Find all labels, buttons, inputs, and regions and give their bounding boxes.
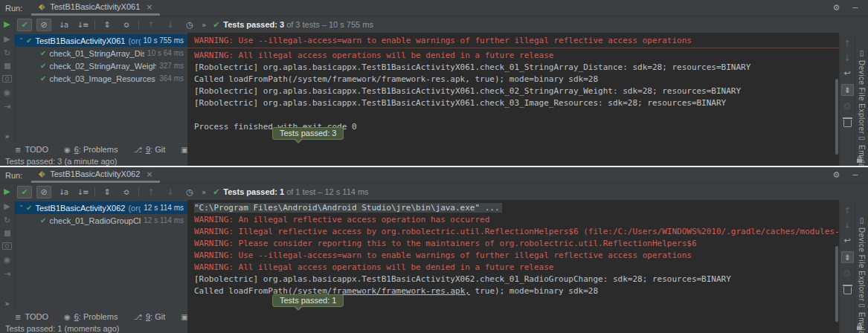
expand-all-button[interactable]: ⇕ [100,19,115,31]
soft-wrap-icon[interactable]: ↩ [843,236,850,245]
console-line: [Robolectric] org.aplas.basicappx.TestB1… [194,97,839,109]
scroll-to-end-icon[interactable]: ⇟ [841,251,854,263]
test-history-button[interactable]: ◷ [182,19,197,31]
screenshot-button[interactable] [2,75,12,83]
stripe-label: Device File Explorer [858,60,866,134]
collapse-all-button[interactable]: ≎ [119,186,134,198]
test-tree-root-row[interactable]: ˅ ✔ TestB1BasicActivityX061(org.aplas.t … [15,34,187,47]
sort-by-duration-button[interactable]: ↓≡ [75,19,90,31]
console-vertical-scrollbar[interactable] [835,79,838,155]
run-tab[interactable]: TestB1BasicActivityX061 × [31,0,159,16]
chevron-more-icon[interactable]: » [202,21,206,29]
stop-button[interactable] [4,63,10,69]
show-passed-toggle[interactable]: ✔ [17,186,32,198]
check_02_StringArray_Weight[interactable]: ✔ check_02_StringArray_Weight 327 ms [15,59,187,72]
minimize-icon[interactable]: ─ [852,170,858,180]
stripe-icon: ▭ [858,134,865,142]
expand-all-button[interactable]: ⇕ [100,186,115,198]
rerun-failed-tests-button[interactable]: ▶ [4,35,10,43]
run-with-coverage-button[interactable]: ↻ [4,216,10,224]
check-icon: ✔ [21,20,28,30]
scroll-up-icon[interactable]: ↑ [843,39,850,48]
stripe-button-device-file-explorer[interactable]: ▯ Device File Explorer [858,216,866,301]
chevron-down-icon[interactable]: ˅ [17,204,25,212]
console-text: [Robolectric] org.aplas.basicappx.TestB1… [194,98,726,108]
console-text: WARNING: All illegal access operations w… [194,51,553,60]
rerun-button[interactable]: ▶ [4,19,10,29]
check_01_RadioGroupChange[interactable]: ✔ check_01_RadioGroupChange 12 s 114 ms [15,214,187,227]
scroll-down-icon[interactable]: ↓ [843,222,850,230]
android-test-config-icon [38,170,46,178]
show-ignored-toggle[interactable]: ⊘ [36,19,51,31]
screen-record-button[interactable]: ◉ [4,256,11,264]
print-icon[interactable]: ⎙ [844,102,851,111]
test-passed-icon: ✔ [26,204,32,212]
soft-wrap-icon[interactable]: ↩ [843,69,850,78]
chevron-more-icon[interactable]: » [202,188,206,196]
collapse-all-button[interactable]: ≎ [119,19,134,31]
next-occurrence-button[interactable]: ↓ [163,19,178,31]
tests-passed-tooltip: Tests passed: 1 [272,294,344,307]
show-ignored-toggle[interactable]: ⊘ [36,186,51,198]
previous-occurrence-button[interactable]: ↑ [144,186,158,198]
console-line: WARNING: Use --illegal-access=warn to en… [194,250,839,262]
tests-passed-detail: of 3 tests – 10 s 755 ms [284,20,373,29]
console-line: "C:\Program Files\Android\Android Studio… [194,202,839,214]
console-line: WARNING: Please consider reporting this … [194,238,839,250]
sort-alphabetically-button[interactable]: ↓a [56,19,71,31]
rerun-failed-tests-button[interactable]: ▶ [4,202,10,210]
test-history-button[interactable]: ◷ [182,186,197,198]
scroll-to-end-icon[interactable]: ⇟ [841,84,854,96]
minimize-icon[interactable]: ─ [852,3,858,13]
test-class-name: TestB1BasicActivityX061 [35,36,125,45]
stripe-button-device-file-explorer[interactable]: ▯ Device File Explorer [858,49,866,134]
toolbar-separator [94,20,95,30]
more-options-icon[interactable]: » [4,132,9,140]
attach-debugger-button[interactable]: ⇥ [4,270,10,278]
test-summary: ✔ Tests passed: 1 of 1 test – 12 s 114 m… [213,187,368,197]
scroll-up-icon[interactable]: ↑ [843,207,850,216]
console-output: WARNING: Use --illegal-access=warn to en… [187,33,839,166]
sort-alphabetically-button[interactable]: ↓a [56,186,71,198]
gear-icon[interactable]: ⚙ [833,3,840,13]
screenshot-button[interactable] [2,242,12,250]
screen-record-button[interactable]: ◉ [4,88,11,97]
console-vertical-scrollbar[interactable] [835,246,838,322]
run-with-coverage-button[interactable]: ↻ [4,49,10,57]
run-header: Run: TestB1BasicActivityX061 × ⚙ ─ [0,0,868,16]
console-text: [Robolectric] org.aplas.basicappx.TestB1… [194,86,741,96]
check_01_StringArray_Distance[interactable]: ✔ check_01_StringArray_Distance 10 s 64 … [15,47,187,59]
clear-all-icon[interactable] [843,120,852,127]
sort-by-duration-button[interactable]: ↓≡ [75,186,90,198]
console-text: WARNING: All illegal access operations w… [194,262,553,272]
console-text: [Robolectric] org.aplas.basicappx.TestB1… [194,62,750,72]
console-text: WARNING: Use --illegal-access=warn to en… [194,250,692,260]
stripe-icon: ▭ [858,301,865,309]
next-occurrence-button[interactable]: ↓ [163,186,178,198]
attach-debugger-button[interactable]: ⇥ [4,103,10,111]
console-text: WARNING: Use --illegal-access=warn to en… [194,36,692,45]
show-passed-toggle[interactable]: ✔ [17,19,32,31]
run-tab[interactable]: TestB1BasicActivityX062 × [31,167,159,183]
test-duration: 12 s 114 ms [141,216,187,224]
clear-all-icon[interactable] [843,287,852,294]
rerun-button[interactable]: ▶ [4,187,10,196]
close-icon[interactable]: × [146,169,152,179]
test-duration: 12 s 114 ms [141,204,187,212]
run-tool-window: Run: TestB1BasicActivityX062 × ⚙ ─ ▶ ▶ ↻… [0,167,868,333]
console-line: WARNING: Use --illegal-access=warn to en… [194,35,839,47]
console-text: WARNING: Illegal reflective access by or… [194,227,839,236]
print-icon[interactable]: ⎙ [844,269,851,278]
check_03_Image_Resources[interactable]: ✔ check_03_Image_Resources 364 ms [15,72,187,85]
close-icon[interactable]: × [146,2,152,12]
stop-button[interactable] [4,230,10,236]
console-line: WARNING: All illegal access operations w… [194,50,839,62]
previous-occurrence-button[interactable]: ↑ [144,19,158,31]
chevron-down-icon[interactable]: ˅ [17,37,25,45]
scroll-down-icon[interactable]: ↓ [843,54,850,63]
test-tree: ˅ ✔ TestB1BasicActivityX061(org.aplas.t … [15,33,187,166]
gear-icon[interactable]: ⚙ [833,170,840,180]
test-tree-root-row[interactable]: ˅ ✔ TestB1BasicActivityX062(org.aplas.t … [15,201,187,214]
more-options-icon[interactable]: » [4,300,9,308]
run-left-toolbar: ▶ ▶ ↻ ◉ ⇥ » [0,184,15,310]
